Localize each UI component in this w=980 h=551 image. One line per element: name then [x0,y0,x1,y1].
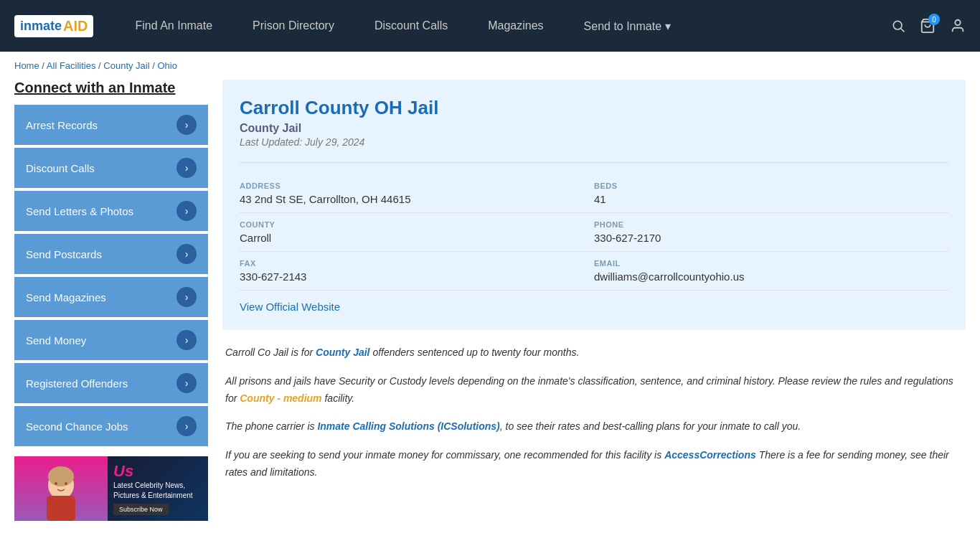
beds-label: BEDS [594,182,948,190]
sidebar-item-arrest-records[interactable]: Arrest Records › [14,105,208,145]
desc-p2: All prisons and jails have Security or C… [225,373,963,408]
view-website-link[interactable]: View Official Website [240,301,340,313]
svg-rect-5 [47,496,75,521]
desc-p4: If you are seeking to send your inmate m… [225,447,963,481]
facility-details: ADDRESS 43 2nd St SE, Carrollton, OH 446… [240,162,948,291]
email-value: dwilliams@carrollcountyohio.us [594,270,948,283]
user-button[interactable] [950,18,966,34]
svg-point-6 [48,466,74,486]
search-button[interactable] [891,19,905,33]
sidebar-item-second-chance-jobs[interactable]: Second Chance Jobs › [14,406,208,446]
sidebar-item-discount-calls[interactable]: Discount Calls › [14,148,208,188]
beds-value: 41 [594,193,948,205]
facility-title: Carroll County OH Jail [240,97,948,119]
address-label: ADDRESS [240,182,594,190]
ad-image [14,456,108,521]
svg-point-8 [65,482,67,485]
search-icon [891,19,905,33]
svg-point-7 [55,482,57,485]
access-corrections-link[interactable]: AccessCorrections [664,449,756,461]
sidebar-item-label: Send Magazines [26,291,106,303]
arrow-icon: › [176,244,197,264]
fax-value: 330-627-2143 [240,270,594,283]
sidebar-menu: Arrest Records › Discount Calls › Send L… [14,105,208,446]
ad-person-illustration [36,456,86,521]
email-label: EMAIL [594,259,948,268]
logo-inmate-text: inmate [20,19,62,34]
county-label: COUNTY [240,220,594,229]
address-value: 43 2nd St SE, Carrollton, OH 44615 [240,193,594,205]
user-icon [950,18,966,34]
cart-button[interactable]: 0 [920,18,936,34]
main-nav: inmate AID Find An Inmate Prison Directo… [0,0,980,52]
svg-point-0 [893,21,902,29]
desc-p3: The phone carrier is Inmate Calling Solu… [225,418,963,435]
desc-p1: Carroll Co Jail is for County Jail offen… [225,344,963,362]
sidebar-item-send-letters[interactable]: Send Letters & Photos › [14,191,208,231]
svg-point-3 [955,20,960,25]
ad-logo: Us [113,462,202,481]
arrow-icon: › [176,158,197,178]
ad-content: Us Latest Celebrity News, Pictures & Ent… [108,456,208,521]
nav-discount-calls[interactable]: Discount Calls [354,0,468,52]
main-content: Carroll County OH Jail County Jail Last … [222,80,966,521]
nav-prison-directory[interactable]: Prison Directory [232,0,354,52]
county-detail: COUNTY Carroll [240,213,594,252]
arrow-icon: › [176,115,197,135]
sidebar-item-send-magazines[interactable]: Send Magazines › [14,277,208,317]
county-value: Carroll [240,232,594,244]
main-layout: Connect with an Inmate Arrest Records › … [0,80,980,535]
arrow-icon: › [176,201,197,221]
sidebar-item-label: Arrest Records [26,119,98,131]
phone-label: PHONE [594,220,948,229]
fax-label: FAX [240,259,594,268]
sidebar: Connect with an Inmate Arrest Records › … [14,80,208,521]
arrow-icon: › [176,416,197,436]
sidebar-title: Connect with an Inmate [14,80,208,96]
logo[interactable]: inmate AID [14,15,93,37]
logo-aid-text: AID [63,18,88,34]
sidebar-ad[interactable]: Us Latest Celebrity News, Pictures & Ent… [14,456,208,521]
phone-value: 330-627-2170 [594,232,948,244]
breadcrumb-all-facilities[interactable]: All Facilities [47,60,96,71]
fax-detail: FAX 330-627-2143 [240,252,594,291]
ics-link[interactable]: Inmate Calling Solutions (ICSolutions) [317,420,499,432]
sidebar-item-send-postcards[interactable]: Send Postcards › [14,234,208,274]
arrow-icon: › [176,373,197,393]
sidebar-item-label: Second Chance Jobs [26,420,128,433]
breadcrumb-state[interactable]: Ohio [157,60,176,71]
facility-type: County Jail [240,122,948,135]
sidebar-item-label: Send Letters & Photos [26,205,133,217]
nav-links: Find An Inmate Prison Directory Discount… [115,0,891,52]
arrow-icon: › [176,330,197,350]
breadcrumb-county-jail[interactable]: County Jail [103,60,149,71]
sidebar-item-registered-offenders[interactable]: Registered Offenders › [14,363,208,403]
ad-subscribe-button[interactable]: Subscribe Now [113,504,169,515]
nav-send-to-inmate[interactable]: Send to Inmate ▾ [564,0,691,52]
cart-badge: 0 [928,14,940,25]
breadcrumb: Home / All Facilities / County Jail / Oh… [0,52,980,80]
nav-magazines[interactable]: Magazines [468,0,563,52]
nav-icons: 0 [891,18,966,34]
description: Carroll Co Jail is for County Jail offen… [222,344,966,481]
sidebar-item-label: Send Postcards [26,248,102,260]
nav-find-inmate[interactable]: Find An Inmate [115,0,232,52]
facility-updated: Last Updated: July 29, 2024 [240,136,948,148]
facility-card: Carroll County OH Jail County Jail Last … [222,80,966,330]
sidebar-item-label: Registered Offenders [26,377,128,390]
svg-line-1 [901,29,905,32]
county-medium-link[interactable]: County - medium [240,392,321,404]
county-jail-link-1[interactable]: County Jail [316,347,369,358]
phone-detail: PHONE 330-627-2170 [594,213,948,252]
sidebar-item-send-money[interactable]: Send Money › [14,320,208,360]
email-detail: EMAIL dwilliams@carrollcountyohio.us [594,252,948,291]
arrow-icon: › [176,287,197,307]
breadcrumb-home[interactable]: Home [14,60,39,71]
sidebar-item-label: Send Money [26,334,86,347]
beds-detail: BEDS 41 [594,174,948,213]
ad-tagline: Latest Celebrity News, Pictures & Entert… [113,481,202,501]
address-detail: ADDRESS 43 2nd St SE, Carrollton, OH 446… [240,174,594,213]
sidebar-item-label: Discount Calls [26,162,95,174]
